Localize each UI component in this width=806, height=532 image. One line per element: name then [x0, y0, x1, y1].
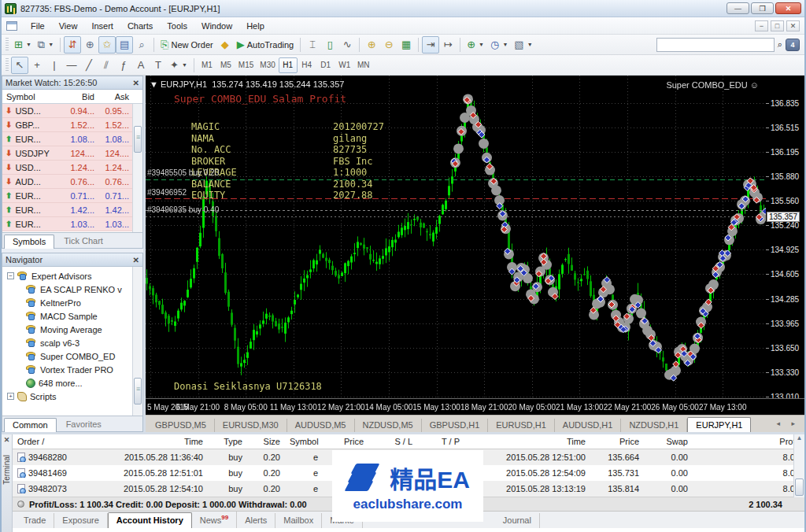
navigator-close-icon[interactable]: ✕: [133, 256, 139, 264]
market-watch-header[interactable]: SymbolBidAsk: [2, 90, 142, 104]
navigator-tab-favorites[interactable]: Favorites: [57, 417, 110, 431]
terminal-tab-news[interactable]: News99: [192, 512, 237, 528]
chat-badge-icon[interactable]: 4: [786, 39, 800, 51]
timeframe-d1-button[interactable]: D1: [316, 57, 335, 73]
crosshair-tool-icon[interactable]: +: [28, 57, 46, 74]
strategy-tester-icon[interactable]: ⌕: [133, 36, 150, 54]
zoom-in-icon[interactable]: ⊕: [363, 36, 380, 54]
chart-window-icon[interactable]: [6, 21, 17, 31]
chart-tab-scroll-arrows[interactable]: ◂ ▸: [776, 419, 800, 427]
market-watch-row[interactable]: ⬆EUR...1.42...1.42...: [2, 203, 142, 217]
periods-icon[interactable]: ◷▼: [487, 36, 511, 54]
terminal-tab-account-history[interactable]: Account History: [108, 512, 192, 528]
timeframe-w1-button[interactable]: W1: [335, 57, 354, 73]
auto-scroll-icon[interactable]: ⇥: [422, 36, 439, 54]
terminal-col-order[interactable]: Order /: [13, 437, 91, 446]
horizontal-line-tool-icon[interactable]: —: [63, 57, 80, 74]
terminal-col-time[interactable]: Time: [91, 437, 208, 446]
terminal-table-header[interactable]: Order /TimeTypeSizeSymbolPriceS / LT / P…: [13, 434, 804, 449]
child-close-button[interactable]: ✕: [786, 20, 800, 31]
autotrading-button[interactable]: ▶AutoTrading: [234, 36, 298, 54]
data-window-icon[interactable]: ⊕: [81, 36, 98, 54]
equidistant-channel-tool-icon[interactable]: ⫽: [98, 57, 115, 74]
close-button[interactable]: ✕: [775, 2, 801, 14]
new-chart-icon[interactable]: ⊞▼: [11, 36, 35, 54]
market-watch-row[interactable]: ⬇USDJPY124....124....: [2, 146, 142, 161]
navigator-icon[interactable]: ✩: [98, 36, 116, 54]
cursor-tool-icon[interactable]: ↖: [11, 57, 28, 74]
navigator-tree-item[interactable]: EA SCALP RENKO v: [2, 283, 142, 296]
chart-plot-area[interactable]: ▼ EURJPY,H1 135.274 135.419 135.244 135.…: [146, 76, 766, 398]
market-watch-row[interactable]: ⬇USD...1.24...1.24...: [2, 161, 142, 175]
navigator-tree-item[interactable]: −Expert Advisors: [2, 269, 142, 283]
navigator-tree-item[interactable]: Vortex Trader PRO: [2, 363, 142, 376]
child-restore-button[interactable]: □: [771, 20, 784, 31]
trendline-tool-icon[interactable]: ╱: [80, 57, 98, 74]
chart-tab-gbpusd-m5[interactable]: GBPUSD,M5: [147, 419, 215, 432]
menu-charts[interactable]: Charts: [120, 19, 160, 33]
navigator-tree-item[interactable]: +Scripts: [2, 390, 142, 403]
text-label-tool-icon[interactable]: T: [150, 57, 167, 74]
terminal-scrollbar[interactable]: ▲: [793, 434, 804, 497]
terminal-tab-alerts[interactable]: Alerts: [237, 513, 275, 528]
mw-col-ask[interactable]: Ask: [98, 92, 133, 102]
terminal-col-tp[interactable]: T / P: [417, 437, 464, 446]
chart-tab-nzdusd-m5[interactable]: NZDUSD,M5: [355, 419, 422, 432]
terminal-close-icon[interactable]: ✕: [4, 436, 10, 444]
new-order-button[interactable]: ⎘New Order: [157, 36, 216, 54]
terminal-col-swap[interactable]: Swap: [644, 437, 693, 446]
market-watch-row[interactable]: ⬆EUR...1.08...1.08...: [2, 132, 142, 146]
search-input[interactable]: [656, 38, 775, 52]
menu-help[interactable]: Help: [239, 19, 272, 33]
tile-windows-icon[interactable]: ▦: [397, 36, 415, 54]
timeframe-h1-button[interactable]: H1: [279, 57, 298, 73]
indicators-icon[interactable]: ⊕▼: [464, 36, 487, 54]
chart-shift-icon[interactable]: ↦: [439, 36, 457, 54]
timeframe-m1-button[interactable]: M1: [198, 57, 216, 73]
navigator-scrollbar[interactable]: [132, 267, 142, 416]
terminal-col-time[interactable]: Time: [464, 437, 590, 446]
toolbar-grip[interactable]: [6, 38, 9, 52]
terminal-col-price[interactable]: Price: [323, 437, 368, 446]
market-watch-row[interactable]: ⬆EUR...0.71...0.71...: [2, 189, 142, 203]
market-watch-scrollbar[interactable]: [132, 104, 142, 232]
mw-col-symbol[interactable]: Symbol: [2, 92, 64, 102]
terminal-col-size[interactable]: Size: [247, 437, 285, 446]
expand-box-icon[interactable]: +: [7, 393, 14, 400]
arrows-tool-icon[interactable]: ✦▼: [167, 57, 190, 74]
navigator-tree-item[interactable]: KeltnerPro: [2, 296, 142, 309]
market-watch-row[interactable]: ⬇GBP...1.52...1.52...: [2, 118, 142, 132]
line-chart-icon[interactable]: ∿: [338, 36, 356, 54]
market-watch-tab-tick-chart[interactable]: Tick Chart: [55, 234, 112, 248]
text-tool-icon[interactable]: A: [132, 57, 150, 74]
chart-tab-nzdusd-h1[interactable]: NZDUSD,H1: [621, 419, 687, 432]
chart-tab-audusd-m5[interactable]: AUDUSD,M5: [287, 419, 355, 432]
bar-chart-icon[interactable]: ⌶: [304, 36, 321, 54]
dropdown-arrow-icon[interactable]: ▼: [527, 42, 533, 47]
time-axis[interactable]: 5 May 20156 May 21:008 May 05:0011 May 1…: [146, 398, 804, 415]
terminal-tab-mailbox[interactable]: Mailbox: [275, 513, 322, 528]
market-watch-row[interactable]: ⬆EUR...1.03...1.03...: [2, 217, 142, 231]
timeframe-m30-button[interactable]: M30: [257, 57, 278, 73]
timeframe-h4-button[interactable]: H4: [298, 57, 316, 73]
menu-view[interactable]: View: [52, 19, 85, 33]
terminal-col-sl[interactable]: S / L: [368, 437, 417, 446]
terminal-col-type[interactable]: Type: [208, 437, 247, 446]
chart-tab-eurjpy-h1[interactable]: EURJPY,H1: [687, 417, 751, 432]
terminal-col-symbol[interactable]: Symbol: [285, 437, 323, 446]
terminal-toggle-icon[interactable]: ▤: [116, 36, 133, 54]
search-icon[interactable]: ⌕: [778, 39, 782, 50]
timeframe-m15-button[interactable]: M15: [235, 57, 257, 73]
restore-button[interactable]: ❒: [751, 2, 774, 14]
chart-tab-eurusd-m30[interactable]: EURUSD,M30: [215, 419, 287, 432]
menu-insert[interactable]: Insert: [84, 19, 120, 33]
navigator-tab-common[interactable]: Common: [4, 418, 57, 432]
fibonacci-tool-icon[interactable]: ƒ: [115, 57, 132, 74]
terminal-tab-journal[interactable]: Journal: [495, 513, 540, 528]
navigator-tree-item[interactable]: Super COMBO_ED: [2, 349, 142, 363]
vertical-line-tool-icon[interactable]: |: [46, 57, 63, 74]
metaeditor-icon[interactable]: ◆: [216, 36, 234, 54]
menu-tools[interactable]: Tools: [160, 19, 194, 33]
navigator-tree-item[interactable]: scalp v6-3: [2, 336, 142, 349]
price-axis[interactable]: 136.835136.515136.195135.880135.560135.2…: [766, 76, 804, 398]
